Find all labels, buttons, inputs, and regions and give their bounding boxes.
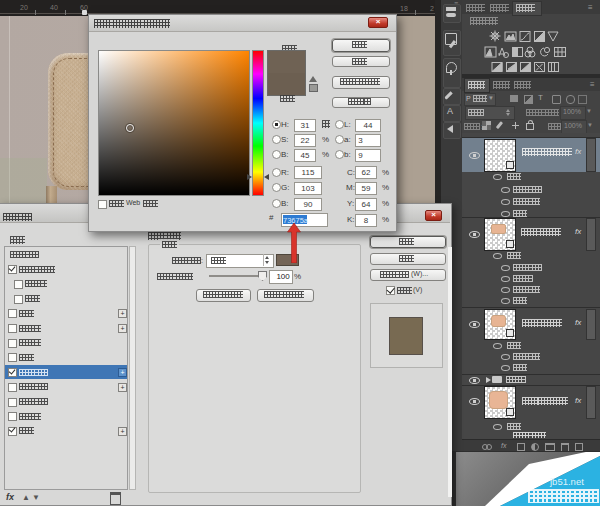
- svg-text:jb51.net: jb51.net: [549, 476, 584, 487]
